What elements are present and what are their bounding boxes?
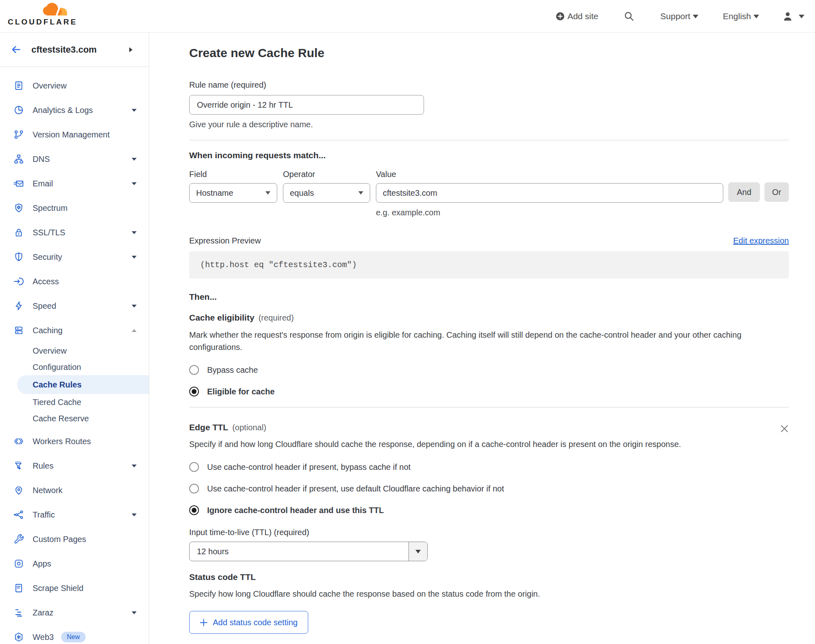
ttl-input-label: Input time-to-live (TTL) (required) <box>189 528 789 537</box>
expression-code: (http.host eq "cftestsite3.com") <box>200 260 357 270</box>
field-select[interactable]: Hostname <box>189 183 277 203</box>
top-bar-actions: Add site Support English <box>555 0 804 33</box>
chevron-down-icon <box>132 305 137 308</box>
chevron-down-icon <box>132 465 137 467</box>
sidebar-item-speed[interactable]: Speed <box>0 294 149 318</box>
sidebar-item-overview[interactable]: Overview <box>0 73 149 98</box>
sidebar-item-workers-routes[interactable]: Workers Routes <box>0 429 149 454</box>
plus-icon <box>200 619 208 626</box>
sidebar-item-cache-reserve[interactable]: Cache Reserve <box>0 410 149 427</box>
caching-subnav: Overview Configuration Cache Rules Tiere… <box>0 343 149 427</box>
chevron-down-icon <box>132 182 137 185</box>
share-network-icon <box>13 509 24 520</box>
radio-icon[interactable] <box>189 462 199 472</box>
sidebar-item-caching[interactable]: Caching <box>0 318 149 343</box>
new-badge: New <box>61 632 86 642</box>
sidebar-item-ssl-tls[interactable]: SSL/TLS <box>0 220 149 245</box>
support-label: Support <box>660 11 691 21</box>
server-stack-icon <box>13 325 24 336</box>
cache-eligibility-heading: Cache eligibility <box>189 313 254 323</box>
sidebar-item-security[interactable]: Security <box>0 245 149 269</box>
pie-chart-icon <box>13 105 24 115</box>
search-icon <box>624 11 634 22</box>
location-pin-icon <box>13 485 24 496</box>
sidebar-item-access[interactable]: Access <box>0 269 149 294</box>
select-arrow-button[interactable] <box>409 542 427 561</box>
sidebar-item-email[interactable]: Email <box>0 171 149 196</box>
search-button[interactable] <box>624 11 634 22</box>
radio-bypass-cache[interactable]: Bypass cache <box>189 365 789 375</box>
shield-icon <box>13 252 24 262</box>
chevron-down-icon <box>358 191 363 195</box>
sidebar-item-rules[interactable]: Rules <box>0 454 149 478</box>
sidebar-item-caching-configuration[interactable]: Configuration <box>0 359 149 375</box>
and-button[interactable]: And <box>728 182 760 202</box>
edit-expression-link[interactable]: Edit expression <box>733 236 789 246</box>
envelope-icon <box>13 178 24 189</box>
radio-icon[interactable] <box>189 484 199 494</box>
code-brackets-icon <box>13 436 24 447</box>
chevron-down-icon <box>132 611 137 614</box>
site-selector[interactable]: cftestsite3.com <box>0 33 149 67</box>
sidebar-item-analytics-logs[interactable]: Analytics & Logs <box>0 98 149 122</box>
sidebar-item-web3[interactable]: Web3 New <box>0 625 149 644</box>
account-menu[interactable] <box>782 11 804 22</box>
sidebar-item-version-management[interactable]: Version Management <box>0 122 149 147</box>
page-title: Create new Cache Rule <box>189 46 789 60</box>
sidebar-item-dns[interactable]: DNS <box>0 147 149 171</box>
rule-name-input[interactable] <box>189 95 424 115</box>
back-arrow-icon[interactable] <box>11 44 22 55</box>
ttl-select[interactable]: 12 hours <box>189 542 428 561</box>
funnel-icon <box>13 460 24 471</box>
radio-selected-icon[interactable] <box>189 505 199 515</box>
or-button[interactable]: Or <box>764 182 789 202</box>
sidebar-item-traffic[interactable]: Traffic <box>0 502 149 527</box>
add-site-button[interactable]: Add site <box>555 11 601 21</box>
sidebar-item-spectrum[interactable]: Spectrum <box>0 196 149 220</box>
status-code-ttl-description: Specify how long Cloudflare should cache… <box>189 588 789 600</box>
value-label: Value <box>376 170 723 179</box>
site-name: cftestsite3.com <box>31 44 97 55</box>
match-heading: When incoming requests match... <box>189 150 789 160</box>
edge-ttl-description: Specify if and how long Cloudflare shoul… <box>189 438 703 450</box>
app-icon <box>13 558 24 569</box>
support-menu[interactable]: Support <box>658 11 699 21</box>
sidebar-item-scrape-shield[interactable]: Scrape Shield <box>0 576 149 600</box>
radio-eligible-for-cache[interactable]: Eligible for cache <box>189 387 789 396</box>
sidebar-item-zaraz[interactable]: Zaraz <box>0 600 149 625</box>
git-branch-icon <box>13 129 24 140</box>
shield-gear-icon <box>13 203 24 213</box>
cloudflare-cloud-icon <box>39 3 70 17</box>
radio-use-header-default[interactable]: Use cache-control header if present, use… <box>189 484 789 494</box>
chevron-down-icon <box>132 231 137 234</box>
cache-eligibility-qualifier: (required) <box>258 313 294 323</box>
rule-name-help: Give your rule a descriptive name. <box>189 120 789 129</box>
expression-preview-block: (http.host eq "cftestsite3.com") <box>189 251 789 279</box>
operator-label: Operator <box>283 170 370 179</box>
sidebar-item-tiered-cache[interactable]: Tiered Cache <box>0 394 149 410</box>
value-help: e.g. example.com <box>376 208 723 217</box>
stacked-bars-icon <box>13 607 24 618</box>
add-status-code-button[interactable]: Add status code setting <box>189 611 308 634</box>
chevron-down-icon <box>415 550 421 553</box>
chevron-down-icon <box>265 191 270 195</box>
radio-use-header-bypass[interactable]: Use cache-control header if present, byp… <box>189 462 789 472</box>
operator-select[interactable]: equals <box>283 183 370 203</box>
sidebar-nav: Overview Analytics & Logs Version Manage… <box>0 67 149 644</box>
radio-selected-icon[interactable] <box>189 387 199 396</box>
radio-icon[interactable] <box>189 365 199 375</box>
chevron-down-icon <box>132 109 137 112</box>
sidebar: cftestsite3.com Overview Analytics & Log… <box>0 33 149 644</box>
edge-ttl-heading: Edge TTL <box>189 423 228 432</box>
sidebar-item-cache-rules[interactable]: Cache Rules <box>17 375 149 394</box>
sidebar-item-caching-overview[interactable]: Overview <box>0 343 149 359</box>
sidebar-item-apps[interactable]: Apps <box>0 551 149 576</box>
sidebar-item-network[interactable]: Network <box>0 478 149 502</box>
language-menu[interactable]: English <box>720 11 759 21</box>
radio-ignore-header-use-ttl[interactable]: Ignore cache-control header and use this… <box>189 505 789 515</box>
match-value-input[interactable] <box>376 183 723 203</box>
cloudflare-logo[interactable]: CLOUDFLARE <box>8 3 70 27</box>
close-icon[interactable] <box>780 424 789 433</box>
main-content: Create new Cache Rule Rule name (require… <box>149 33 815 644</box>
sidebar-item-custom-pages[interactable]: Custom Pages <box>0 527 149 551</box>
